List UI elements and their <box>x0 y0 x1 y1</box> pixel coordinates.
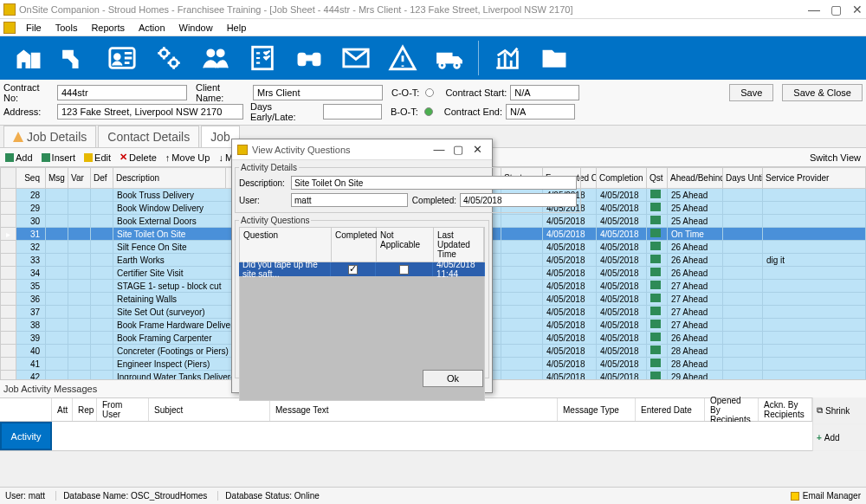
qst-icon <box>650 255 661 263</box>
menu-action[interactable]: Action <box>132 23 172 33</box>
col-qst[interactable]: Qst <box>647 168 668 189</box>
qcol-na[interactable]: Not Applicable <box>377 228 434 262</box>
toolbar-envelope-icon[interactable] <box>334 41 378 75</box>
col-desc[interactable]: Description <box>113 168 226 189</box>
menu-tools[interactable]: Tools <box>48 23 85 33</box>
tab-contact-details[interactable]: Contact Details <box>98 126 199 147</box>
msgcol-ack[interactable]: Ackn. By Recipients <box>759 398 812 421</box>
view-activity-questions-dialog: View Activity Questions ― ▢ ✕ Activity D… <box>231 139 493 393</box>
col-var[interactable]: Var <box>68 168 91 189</box>
menu-reports[interactable]: Reports <box>84 23 132 33</box>
msgcol-att[interactable]: Att <box>52 398 73 421</box>
window-maximize-icon[interactable]: ▢ <box>830 3 842 16</box>
contract-no-input[interactable] <box>57 85 187 100</box>
dialog-completed-input[interactable] <box>460 193 577 207</box>
svg-point-3 <box>170 59 178 67</box>
qcol-question[interactable]: Question <box>240 228 332 262</box>
cot-status-icon <box>425 88 434 97</box>
menu-window[interactable]: Window <box>172 23 220 33</box>
msgcol-subject[interactable]: Subject <box>149 398 270 421</box>
save-close-button[interactable]: Save & Close <box>782 84 863 101</box>
msgcol-from[interactable]: From User <box>97 398 149 421</box>
col-def[interactable]: Def <box>91 168 113 189</box>
contract-start-label: Contract Start: <box>445 87 507 98</box>
svg-point-1 <box>114 54 120 60</box>
dialog-ok-button[interactable]: Ok <box>423 370 483 387</box>
tab-job-details[interactable]: Job Details <box>3 126 96 147</box>
toolbar-checklist-icon[interactable] <box>241 41 284 75</box>
action-add[interactable]: Add <box>5 152 33 163</box>
msgcol-date[interactable]: Entered Date <box>636 398 705 421</box>
status-db: OSC_StroudHomes <box>131 491 207 501</box>
svg-rect-8 <box>313 53 320 65</box>
dialog-completed-label: Completed: <box>411 196 456 205</box>
qst-icon <box>650 333 661 341</box>
qcol-time[interactable]: Last Updated Time <box>434 228 484 262</box>
email-manager-button[interactable]: Email Manager <box>791 491 861 501</box>
job-info-panel: Contract No: Client Name: C-O-T: Contrac… <box>0 80 866 126</box>
days-early-late-input[interactable] <box>323 104 382 120</box>
msgcol-opened[interactable]: Opened By Recipients <box>705 398 759 421</box>
toolbar-gears-icon[interactable] <box>147 41 191 75</box>
action-delete[interactable]: ✕Delete <box>120 152 157 163</box>
contract-start-input[interactable] <box>510 85 579 100</box>
menu-help[interactable]: Help <box>220 23 254 33</box>
status-bar: User: matt Database Name: OSC_StroudHome… <box>0 487 866 504</box>
msgcol-type[interactable]: Message Type <box>558 398 636 421</box>
window-titlebar: OnSite Companion - Stroud Homes - Franch… <box>0 0 866 19</box>
bot-label: B-O-T: <box>391 107 418 117</box>
menu-icon <box>3 22 16 34</box>
contract-end-input[interactable] <box>506 104 575 120</box>
dialog-minimize-icon[interactable]: ― <box>430 143 449 156</box>
toolbar-people-icon[interactable] <box>194 41 237 75</box>
messages-add[interactable]: +Add <box>813 424 866 451</box>
msgcol-text[interactable]: Message Text <box>270 398 558 421</box>
toolbar-water-icon[interactable] <box>54 41 97 75</box>
toolbar-warning-icon[interactable] <box>381 41 424 75</box>
col-comp[interactable]: Completion <box>597 168 647 189</box>
msgcol-rep[interactable]: Rep <box>73 398 97 421</box>
toolbar-binoculars-icon[interactable] <box>288 41 331 75</box>
dialog-close-icon[interactable]: ✕ <box>468 143 487 156</box>
client-name-input[interactable] <box>253 85 383 100</box>
col-ab[interactable]: Ahead/Behind <box>668 168 723 189</box>
window-close-icon[interactable]: ✕ <box>852 3 863 16</box>
question-na-checkbox[interactable] <box>399 265 409 275</box>
action-switch-view[interactable]: Switch View <box>810 152 861 163</box>
dialog-user-label: User: <box>239 196 288 205</box>
menu-file[interactable]: File <box>19 23 48 33</box>
question-completed-checkbox[interactable] <box>348 265 358 275</box>
dialog-desc-input[interactable] <box>291 176 577 190</box>
toolbar-home-icon[interactable] <box>7 41 50 75</box>
question-row[interactable]: Did you tape up the site saft... 4/05/20… <box>239 262 485 276</box>
action-move-up[interactable]: ↑Move Up <box>165 152 210 163</box>
window-minimize-icon[interactable]: ― <box>808 3 820 16</box>
menu-bar: File Tools Reports Action Window Help <box>0 19 866 36</box>
toolbar-chart-icon[interactable] <box>486 41 529 75</box>
toolbar-folder-icon[interactable] <box>533 41 576 75</box>
contract-end-label: Contract End: <box>444 107 502 117</box>
col-msg[interactable]: Msg <box>46 168 68 189</box>
warning-icon <box>13 132 23 142</box>
activity-questions-group: Activity Questions Question Completed No… <box>235 216 489 378</box>
qst-icon <box>650 268 661 276</box>
messages-shrink[interactable]: ⧉Shrink <box>813 397 866 424</box>
activity-tab-button[interactable]: Activity <box>0 422 52 450</box>
col-days[interactable]: Days Until Comp. <box>723 168 763 189</box>
status-user: matt <box>29 491 45 501</box>
messages-body <box>52 422 812 450</box>
qcol-completed[interactable]: Completed <box>332 228 377 262</box>
action-insert[interactable]: Insert <box>42 152 76 163</box>
toolbar-contact-icon[interactable] <box>100 41 144 75</box>
col-sp[interactable]: Service Provider <box>763 168 866 189</box>
action-edit[interactable]: Edit <box>84 152 111 163</box>
dialog-user-input[interactable] <box>291 193 408 207</box>
client-name-label: Client Name: <box>196 82 249 103</box>
svg-rect-7 <box>298 53 306 65</box>
col-seq[interactable]: Seq <box>16 168 46 189</box>
save-button[interactable]: Save <box>729 84 773 101</box>
question-time: 4/05/2018 11:44 <box>433 262 485 276</box>
toolbar-truck-icon[interactable] <box>428 41 471 75</box>
address-input[interactable] <box>57 104 243 120</box>
dialog-maximize-icon[interactable]: ▢ <box>449 143 468 156</box>
